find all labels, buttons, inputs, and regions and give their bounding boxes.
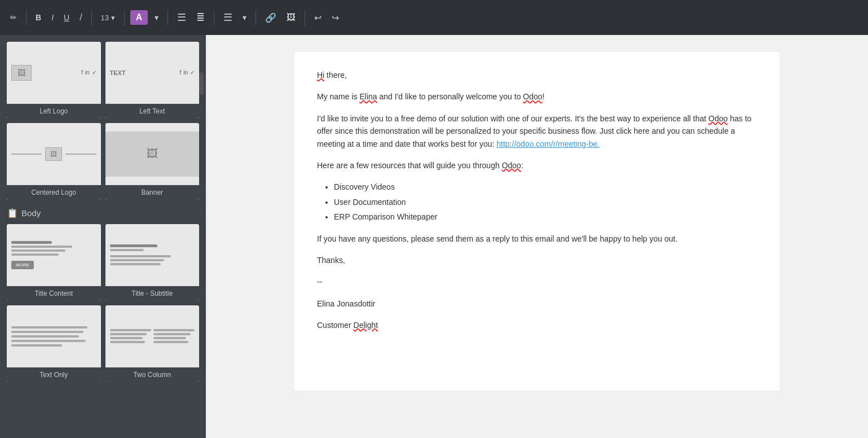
centered-logo-label: Centered Logo [7,185,101,200]
sidebar-content: 🖼 f in ✓ Left Logo [5,40,201,384]
align-arrow-btn[interactable]: ▾ [239,11,250,24]
color-arrow-btn[interactable]: ▾ [151,11,162,24]
list-item-2: User Documentation [334,196,757,208]
underline-btn[interactable]: U [60,11,73,24]
sep5 [214,10,214,25]
centered-logo-preview: 🖼 [7,123,101,185]
fb-icon2: f [179,69,181,76]
thanks-paragraph: Thanks, [317,254,757,266]
delight-text: Delight [354,321,378,330]
template-centered-logo[interactable]: 🖼 Centered Logo [7,123,101,200]
editor-content[interactable]: Hi there, My name is Elina and I'd like … [294,52,779,391]
in-icon: in [85,69,90,76]
main-toolbar: ✏ B I U / 13 ▾ A ▾ ☰ ≣ ☰ ▾ 🔗 🖼 ↩ ↪ [0,0,868,35]
signature-title: Customer Delight [317,319,757,331]
text-only-preview [7,305,101,367]
template-left-text[interactable]: TEXT f in ✓ Left Text [105,42,200,119]
signature-separator: -- [317,275,757,288]
strikethrough-btn[interactable]: / [76,10,85,25]
sidebar: 🖼 f in ✓ Left Logo [0,35,206,438]
list-ol-btn[interactable]: ≣ [193,9,208,26]
resources-list: Discovery Videos User Documentation ERP … [334,181,757,223]
body-section-label: Body [21,208,41,218]
in-icon2: in [183,69,188,76]
signature-name: Elina Jonasdottir [317,297,757,310]
sep3 [124,10,125,25]
fontsize-btn[interactable]: 13 ▾ [98,11,118,24]
title-content-label: Title Content [7,286,101,301]
template-banner[interactable]: 🖼 Banner [105,123,200,200]
editor-area[interactable]: Hi there, My name is Elina and I'd like … [206,35,868,438]
intro-paragraph: My name is Elina and I'd like to persona… [317,90,757,103]
template-title-subtitle[interactable]: Title - Subtitle [105,224,200,301]
sep6 [255,10,256,25]
template-left-logo[interactable]: 🖼 f in ✓ Left Logo [7,42,101,119]
banner-image-icon: 🖼 [147,147,158,160]
meeting-link[interactable]: http://odoo.com/r/meeting-be. [496,139,600,148]
link-btn[interactable]: 🔗 [262,10,280,25]
template-text-only[interactable]: Text Only [7,305,101,382]
image-icon2: 🖼 [50,150,57,158]
text-only-label: Text Only [7,367,101,382]
main-area: 🖼 f in ✓ Left Logo [0,35,868,438]
body-section-header: 📋 Body [5,202,201,222]
bold-btn[interactable]: B [32,11,45,24]
image-btn[interactable]: 🖼 [283,10,299,25]
italic-btn[interactable]: I [48,11,57,24]
redo-btn[interactable]: ↪ [328,10,342,25]
left-text-label: Left Text [105,104,200,119]
body-paragraph: I'd like to invite you to a free demo of… [317,112,757,150]
left-text-preview: TEXT f in ✓ [105,42,200,104]
list-item-3: ERP Comparison Whitepaper [334,211,757,223]
body-template-grid: MORE Title Content [5,222,201,384]
left-logo-preview: 🖼 f in ✓ [7,42,101,104]
banner-preview: 🖼 [105,123,200,185]
scroll-indicator[interactable] [199,72,204,95]
sep7 [305,10,305,25]
tw-icon: ✓ [92,69,96,76]
closing-paragraph: If you have any questions, please send t… [317,233,757,245]
title-subtitle-preview [105,224,200,286]
undo-btn[interactable]: ↩ [311,10,325,25]
banner-label: Banner [105,185,200,200]
left-logo-label: Left Logo [7,104,101,119]
sep4 [168,10,168,25]
list-item-1: Discovery Videos [334,181,757,193]
two-column-preview [105,305,200,367]
align-btn[interactable]: ☰ [220,9,236,26]
sep2 [91,10,92,25]
greeting-text: Hi [317,71,324,80]
copy-icon: 📋 [7,208,18,218]
tw-icon2: ✓ [190,69,195,76]
brush-btn[interactable]: ✏ [7,11,20,24]
resources-intro: Here are a few resources that will guide… [317,159,757,172]
sep1 [26,10,27,25]
color-btn[interactable]: A [130,10,148,25]
list-ul-btn[interactable]: ☰ [174,9,190,26]
header-template-grid: 🖼 f in ✓ Left Logo [5,40,201,202]
title-content-preview: MORE [7,224,101,286]
template-title-content[interactable]: MORE Title Content [7,224,101,301]
greeting-paragraph: Hi there, [317,69,757,81]
template-two-column[interactable]: Two Column [105,305,200,382]
title-subtitle-label: Title - Subtitle [105,286,200,301]
two-column-label: Two Column [105,367,200,382]
image-icon: 🖼 [17,68,25,77]
fb-icon: f [81,69,83,76]
